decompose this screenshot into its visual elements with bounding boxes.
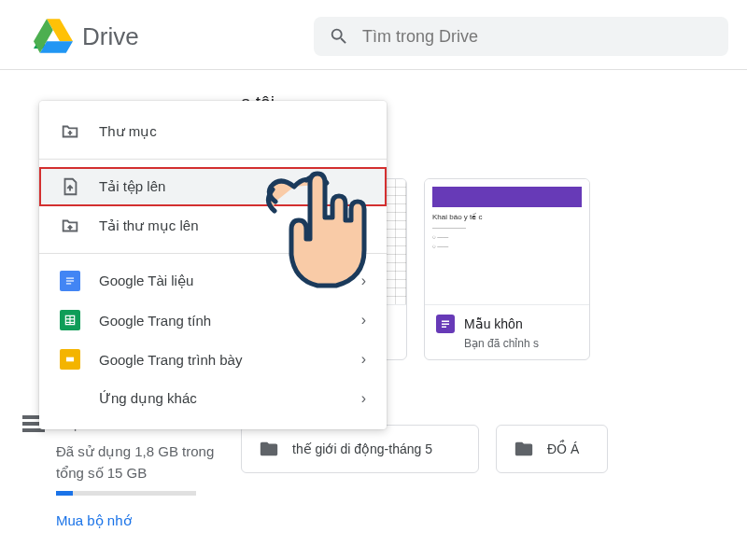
sheets-icon xyxy=(60,310,80,330)
docs-icon xyxy=(60,271,80,291)
folder-row: thế giới di động-tháng 5 ĐỒ Á xyxy=(241,425,747,473)
folder-name: thế giới di động-tháng 5 xyxy=(292,441,432,456)
forms-icon xyxy=(436,315,455,333)
menu-google-sheets[interactable]: Google Trang tính › xyxy=(39,301,387,340)
menu-label: Google Trang tính xyxy=(99,313,343,329)
menu-label: Thư mục xyxy=(99,123,366,140)
chevron-right-icon: › xyxy=(361,351,366,368)
folder-item[interactable]: ĐỒ Á xyxy=(496,425,608,473)
svg-rect-4 xyxy=(442,324,449,326)
menu-new-folder[interactable]: Thư mục xyxy=(39,112,387,151)
folder-icon xyxy=(514,439,534,459)
pointer-hand-icon xyxy=(261,166,374,297)
chevron-right-icon: › xyxy=(361,390,366,407)
file-card[interactable]: Khai báo y tế c —————— ○ —— ○ —— Mẫu khô… xyxy=(424,178,590,360)
folder-icon xyxy=(259,439,279,459)
menu-divider xyxy=(39,159,387,160)
logo-area[interactable]: Drive xyxy=(34,19,314,54)
svg-rect-5 xyxy=(442,327,446,329)
blank-icon xyxy=(60,388,80,409)
slides-icon xyxy=(60,349,80,370)
buy-storage-link[interactable]: Mua bộ nhớ xyxy=(56,512,215,529)
svg-rect-6 xyxy=(66,278,74,279)
menu-label: Google Trang trình bày xyxy=(99,352,343,368)
search-box[interactable]: Tìm trong Drive xyxy=(314,17,728,56)
card-title: Mẫu khôn xyxy=(464,316,523,331)
folder-name: ĐỒ Á xyxy=(547,441,579,456)
svg-rect-7 xyxy=(66,280,74,281)
menu-google-slides[interactable]: Google Trang trình bày › xyxy=(39,340,387,379)
storage-usage-text: Đã sử dụng 1,8 GB trongtổng số 15 GB xyxy=(56,441,215,483)
app-title: Drive xyxy=(82,22,139,51)
search-placeholder: Tìm trong Drive xyxy=(362,27,478,47)
chevron-right-icon: › xyxy=(361,312,366,329)
svg-rect-8 xyxy=(66,283,71,284)
header: Drive Tìm trong Drive xyxy=(0,0,747,70)
svg-rect-3 xyxy=(442,321,449,323)
menu-label: Ứng dụng khác xyxy=(99,390,343,407)
card-preview: Khai báo y tế c —————— ○ —— ○ —— xyxy=(425,179,589,305)
storage-bar xyxy=(56,491,196,496)
menu-more-apps[interactable]: Ứng dụng khác › xyxy=(39,379,387,418)
svg-rect-9 xyxy=(66,357,74,362)
card-subtitle: Bạn đã chỉnh s xyxy=(425,337,589,359)
search-icon xyxy=(329,26,349,47)
upload-folder-icon xyxy=(60,216,80,236)
folder-item[interactable]: thế giới di động-tháng 5 xyxy=(241,425,479,473)
upload-file-icon xyxy=(60,176,80,197)
drive-logo-icon xyxy=(34,19,73,54)
storage-section: Bộ nhớ Đã sử dụng 1,8 GB trongtổng số 15… xyxy=(19,415,215,529)
new-folder-icon xyxy=(60,121,80,142)
